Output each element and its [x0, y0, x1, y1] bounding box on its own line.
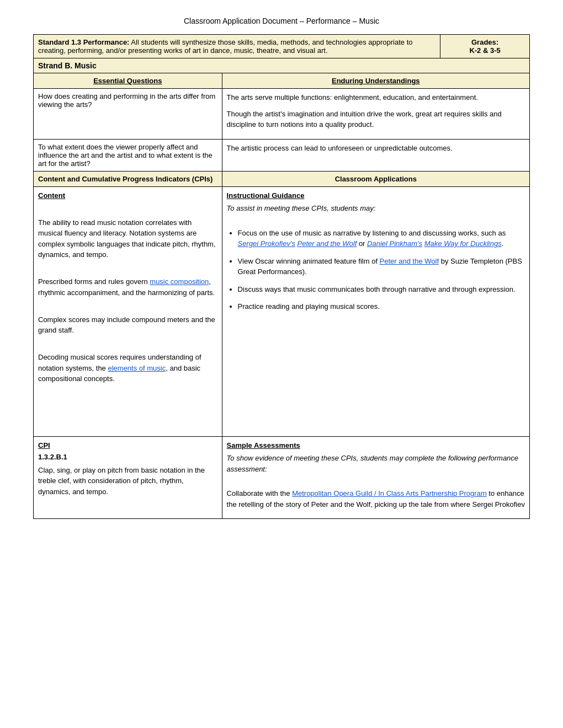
grades-cell: Grades: K-2 & 3-5	[440, 35, 530, 58]
cpi-header-cell: Content and Cumulative Progress Indicato…	[34, 171, 222, 186]
cpi-description: Clap, sing, or play on pitch from basic …	[38, 465, 217, 497]
question-2: To what extent does the viewer properly …	[34, 139, 222, 171]
enduring-understandings-header: Enduring Understandings	[222, 73, 529, 89]
content-para-2: Prescribed forms and rules govern music …	[38, 276, 217, 298]
page-title: Classroom Application Document – Perform…	[33, 17, 530, 25]
strand-cell: Strand B. Music	[34, 58, 530, 73]
strand-row: Strand B. Music	[34, 58, 530, 73]
main-table: Standard 1.3 Performance: All students w…	[33, 34, 530, 519]
standard-row: Standard 1.3 Performance: All students w…	[34, 35, 530, 58]
cpi-number: 1.3.2.B.1	[38, 452, 217, 463]
cpi-label: CPI	[38, 440, 217, 451]
understanding-1-para-2: Though the artist's imagination and intu…	[227, 109, 525, 130]
essential-questions-header: Essential Questions	[34, 73, 222, 89]
prokofiev-link[interactable]: Sergei Prokofiev's	[238, 239, 295, 248]
bullet-item-3: Discuss ways that music communicates bot…	[238, 284, 525, 295]
sample-assessments-subheader: To show evidence of meeting these CPIs, …	[227, 453, 525, 474]
classroom-apps-header-cell: Classroom Applications	[222, 171, 529, 186]
elements-of-music-link[interactable]: elements of music	[108, 364, 166, 372]
metropolitan-opera-link[interactable]: Metropolitan Opera Guild / In Class Arts…	[292, 489, 487, 497]
instructional-header: Instructional Guidance	[227, 190, 525, 201]
bullet-item-1: Focus on the use of music as narrative b…	[238, 228, 525, 249]
column-header-row: Essential Questions Enduring Understandi…	[34, 73, 530, 89]
grades-label: Grades:	[471, 38, 498, 46]
content-para-3: Complex scores may include compound mete…	[38, 314, 217, 336]
content-row: Content The ability to read music notati…	[34, 186, 530, 436]
standard-cell: Standard 1.3 Performance: All students w…	[34, 35, 440, 58]
understanding-2: The artistic process can lead to unfores…	[222, 139, 529, 171]
cpi-left-cell: CPI 1.3.2.B.1 Clap, sing, or play on pit…	[34, 436, 222, 519]
peter-wolf-link-2[interactable]: Peter and the Wolf	[380, 257, 439, 265]
sample-assessment-text: Collaborate with the Metropolitan Opera …	[227, 488, 525, 510]
understanding-2-para-1: The artistic process can lead to unfores…	[227, 143, 525, 154]
bullet-item-2: View Oscar winning animated feature film…	[238, 256, 525, 277]
bullet-item-4: Practice reading and playing musical sco…	[238, 301, 525, 312]
instructional-subheader: To assist in meeting these CPIs, student…	[227, 203, 525, 214]
understanding-1-para-1: The arts serve multiple functions: enlig…	[227, 92, 525, 103]
content-cell: Content The ability to read music notati…	[34, 186, 222, 436]
peter-wolf-link-1[interactable]: Peter and the Wolf	[298, 239, 357, 248]
content-para-1: The ability to read music notation corre…	[38, 217, 217, 260]
music-composition-link[interactable]: music composition	[150, 277, 209, 286]
cpi-assessment-row: CPI 1.3.2.B.1 Clap, sing, or play on pit…	[34, 436, 530, 519]
content-para-4: Decoding musical scores requires underst…	[38, 352, 217, 384]
understanding-1: The arts serve multiple functions: enlig…	[222, 89, 529, 140]
question-1: How does creating and performing in the …	[34, 89, 222, 140]
sample-assessments-header: Sample Assessments	[227, 440, 525, 451]
make-way-link[interactable]: Make Way for Ducklings	[424, 239, 502, 248]
standard-label: Standard 1.3 Performance:	[38, 38, 129, 46]
sample-assessment-cell: Sample Assessments To show evidence of m…	[222, 436, 529, 519]
qa-row-1: How does creating and performing in the …	[34, 89, 530, 140]
qa-row-2: To what extent does the viewer properly …	[34, 139, 530, 171]
content-header: Content	[38, 190, 217, 201]
cpi-header-row: Content and Cumulative Progress Indicato…	[34, 171, 530, 186]
instructional-cell: Instructional Guidance To assist in meet…	[222, 186, 529, 436]
pinkham-link[interactable]: Daniel Pinkham's	[367, 239, 422, 248]
grades-value: K-2 & 3-5	[469, 46, 500, 55]
bullet-list: Focus on the use of music as narrative b…	[227, 228, 525, 312]
